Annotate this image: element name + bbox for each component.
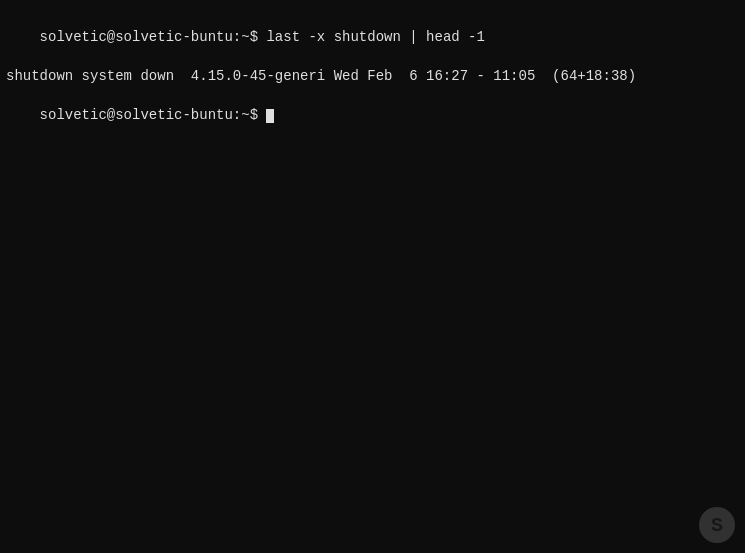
output-line: shutdown system down 4.15.0-45-generi We… xyxy=(6,67,739,87)
prompt-2: solvetic@solvetic-buntu:~$ xyxy=(40,107,267,123)
terminal-window: solvetic@solvetic-buntu:~$ last -x shutd… xyxy=(0,0,745,553)
command-text: last -x shutdown | head -1 xyxy=(266,29,484,45)
watermark-icon: S xyxy=(699,507,735,543)
watermark: S xyxy=(699,507,735,543)
command-line: solvetic@solvetic-buntu:~$ last -x shutd… xyxy=(6,8,739,67)
prompt-line: solvetic@solvetic-buntu:~$ xyxy=(6,86,739,145)
cursor xyxy=(266,109,274,123)
prompt-1: solvetic@solvetic-buntu:~$ xyxy=(40,29,267,45)
